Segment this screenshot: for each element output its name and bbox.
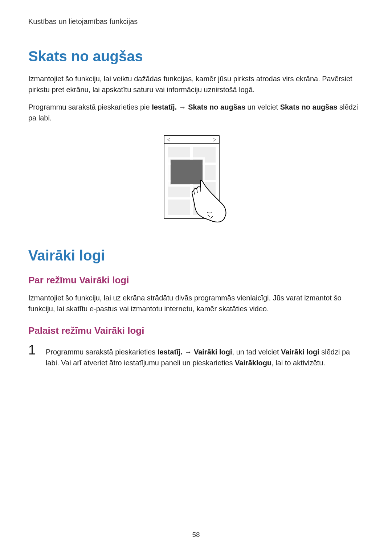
subheading-palaist-rezimu: Palaist režīmu Vairāki logi [28, 325, 364, 336]
page-number: 58 [0, 531, 392, 539]
s1-arrow: → [183, 348, 194, 356]
svg-rect-9 [168, 200, 190, 215]
p2-mid: un velciet [245, 103, 280, 111]
paragraph-1: Izmantojiet šo funkciju, lai veiktu dažā… [28, 73, 364, 95]
p2-arrow: → [177, 103, 188, 111]
p2-bold-skats1: Skats no augšas [188, 103, 245, 111]
step-number-1: 1 [28, 344, 39, 357]
s1-b1: Iestatīj. [158, 348, 183, 356]
paragraph-2: Programmu sarakstā pieskarieties pie Ies… [28, 102, 364, 123]
step-1-text: Programmu sarakstā pieskarieties Iestatī… [46, 344, 364, 368]
s1-mid1: , un tad velciet [232, 348, 281, 356]
s1-b4: Vairāklogu [235, 359, 271, 367]
p2-text: Programmu sarakstā pieskarieties pie [28, 103, 152, 111]
heading-skats-no-augsas: Skats no augšas [28, 48, 364, 65]
s1-b3: Vairāki logi [281, 348, 319, 356]
p2-bold-skats2: Skats no augšas [280, 103, 338, 111]
svg-rect-11 [171, 160, 203, 184]
s1-b2: Vairāki logi [194, 348, 232, 356]
p2-bold-iestatij: Iestatīj. [152, 103, 177, 111]
s1-pre: Programmu sarakstā pieskarieties [46, 348, 158, 356]
step-1: 1 Programmu sarakstā pieskarieties Iesta… [28, 344, 364, 368]
svg-rect-1 [164, 136, 219, 144]
illustration-hover-preview [28, 135, 364, 229]
svg-rect-7 [168, 182, 190, 197]
s1-post: , lai to aktivizētu. [271, 359, 325, 367]
breadcrumb: Kustības un lietojamības funkcijas [28, 17, 364, 26]
subheading-par-rezimu: Par režīmu Vairāki logi [28, 275, 364, 286]
heading-vairaki-logi: Vairāki logi [28, 247, 364, 264]
paragraph-sub1: Izmantojiet šo funkciju, lai uz ekrāna s… [28, 292, 364, 314]
